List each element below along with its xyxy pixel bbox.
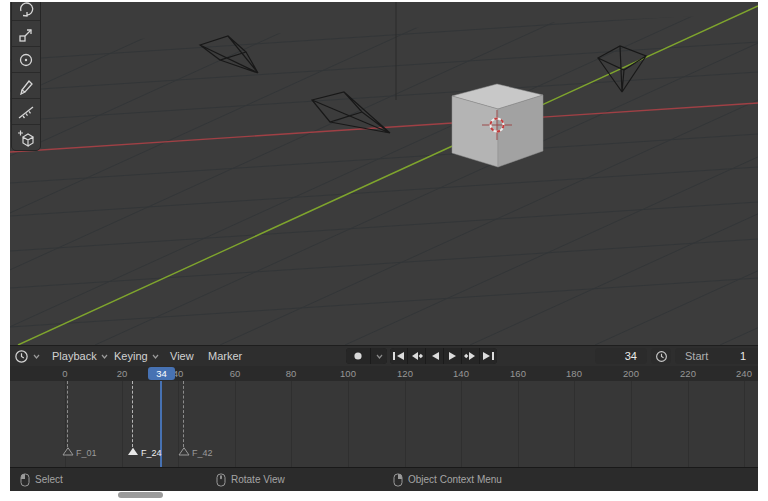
jump-to-start-button[interactable] — [390, 348, 407, 364]
editor-type-button[interactable] — [14, 346, 40, 366]
measure-tool-button[interactable] — [12, 99, 40, 125]
ruler-tick: 20 — [117, 368, 128, 379]
timeline-marker[interactable]: F_24 — [141, 448, 162, 458]
chevron-down-icon — [101, 354, 108, 359]
grid-line — [461, 381, 462, 467]
ruler-tick: 140 — [453, 368, 469, 379]
status-hint-label: Select — [35, 474, 63, 485]
chevron-down-icon — [376, 354, 383, 359]
ruler-tick: 160 — [510, 368, 526, 379]
ruler-tick: 0 — [62, 368, 67, 379]
grid — [10, 8, 758, 345]
transport-controls — [390, 348, 497, 364]
marker-triangle-icon[interactable] — [62, 447, 74, 456]
grid-line — [405, 381, 406, 467]
current-frame-field[interactable]: 34 — [595, 348, 647, 364]
start-frame-field[interactable]: Start 1 — [675, 348, 758, 364]
mouse-left-click-icon — [20, 473, 30, 487]
marker-menu[interactable]: Marker — [208, 346, 242, 366]
add-cube-icon — [16, 129, 36, 147]
annotate-icon — [16, 77, 36, 95]
marker-guide-line — [183, 381, 184, 447]
scrollbar-fragment — [118, 492, 163, 498]
ruler-tick: 180 — [566, 368, 582, 379]
mouse-middle-drag-icon — [216, 473, 226, 487]
camera-object[interactable] — [200, 36, 258, 73]
next-keyframe-icon — [464, 351, 477, 361]
add-cube-tool-button[interactable] — [12, 125, 40, 150]
marker-menu-label: Marker — [208, 350, 242, 362]
scene-canvas — [10, 2, 758, 345]
mouse-right-click-icon — [393, 473, 403, 487]
timeline-ruler[interactable]: 0 20 40 60 80 100 120 140 160 180 200 22… — [10, 366, 758, 381]
marker-triangle-icon[interactable] — [127, 447, 139, 456]
marker-guide-line — [67, 381, 68, 447]
record-icon — [353, 351, 363, 361]
timeline-marker[interactable]: F_01 — [76, 448, 97, 458]
grid-line — [518, 381, 519, 467]
status-hint-context-menu: Object Context Menu — [393, 468, 502, 491]
clock-icon — [14, 349, 29, 364]
grid-line — [348, 381, 349, 467]
transform-icon — [16, 51, 36, 69]
keying-menu[interactable]: Keying — [114, 346, 159, 366]
chevron-down-icon — [152, 354, 159, 359]
rotate-icon — [16, 2, 36, 17]
ruler-tick: 200 — [623, 368, 639, 379]
ruler-tick: 240 — [736, 368, 752, 379]
grid-line — [291, 381, 292, 467]
previous-keyframe-button[interactable] — [408, 348, 425, 364]
play-button[interactable] — [444, 348, 461, 364]
play-icon — [448, 351, 458, 361]
status-hint-label: Object Context Menu — [408, 474, 502, 485]
grid-line — [688, 381, 689, 467]
auto-keying-group — [346, 348, 387, 364]
status-hint-rotate-view: Rotate View — [216, 468, 285, 491]
marker-guide-line — [132, 381, 133, 447]
current-frame-value: 34 — [625, 350, 637, 362]
view-menu-label: View — [170, 350, 194, 362]
keying-menu-label: Keying — [114, 350, 148, 362]
view-menu[interactable]: View — [170, 346, 194, 366]
grid-line — [574, 381, 575, 467]
grid-line — [744, 381, 745, 467]
scale-icon — [16, 25, 36, 43]
grid-line — [631, 381, 632, 467]
timeline-marker[interactable]: F_42 — [192, 448, 213, 458]
annotate-tool-button[interactable] — [12, 73, 40, 99]
rotate-tool-button[interactable] — [12, 2, 40, 21]
timeline-track-area[interactable]: F_01 F_24 F_42 — [10, 381, 758, 467]
play-reverse-icon — [430, 351, 440, 361]
status-hint-label: Rotate View — [231, 474, 285, 485]
next-keyframe-button[interactable] — [462, 348, 479, 364]
keying-options-dropdown[interactable] — [371, 348, 387, 364]
previous-keyframe-icon — [410, 351, 423, 361]
status-hint-select: Select — [20, 468, 63, 491]
timeline-header: Playback Keying View Marker — [10, 345, 758, 366]
3d-viewport[interactable] — [10, 2, 758, 345]
time-icon — [655, 350, 668, 363]
playback-menu-label: Playback — [52, 350, 97, 362]
record-button[interactable] — [346, 348, 370, 364]
marker-triangle-icon[interactable] — [178, 447, 190, 456]
status-bar: Select Rotate View Object Context Menu — [10, 467, 758, 491]
ruler-tick: 100 — [340, 368, 356, 379]
playback-time-button[interactable] — [651, 348, 671, 364]
playback-menu[interactable]: Playback — [52, 346, 108, 366]
ruler-tick: 120 — [397, 368, 413, 379]
chevron-down-icon — [33, 354, 40, 359]
blender-window: Playback Keying View Marker — [10, 2, 758, 491]
play-reverse-button[interactable] — [426, 348, 443, 364]
screenshot-frame: Playback Keying View Marker — [0, 0, 768, 501]
jump-to-end-button[interactable] — [480, 348, 497, 364]
viewport-toolbar — [11, 2, 41, 151]
ruler-tick: 80 — [286, 368, 297, 379]
jump-to-start-icon — [392, 351, 405, 361]
camera-object[interactable] — [598, 46, 646, 92]
current-frame-badge[interactable]: 34 — [148, 367, 175, 380]
start-frame-value: 1 — [740, 350, 758, 362]
scale-tool-button[interactable] — [12, 21, 40, 47]
jump-to-end-icon — [482, 351, 495, 361]
transform-tool-button[interactable] — [12, 47, 40, 73]
grid-line — [235, 381, 236, 467]
